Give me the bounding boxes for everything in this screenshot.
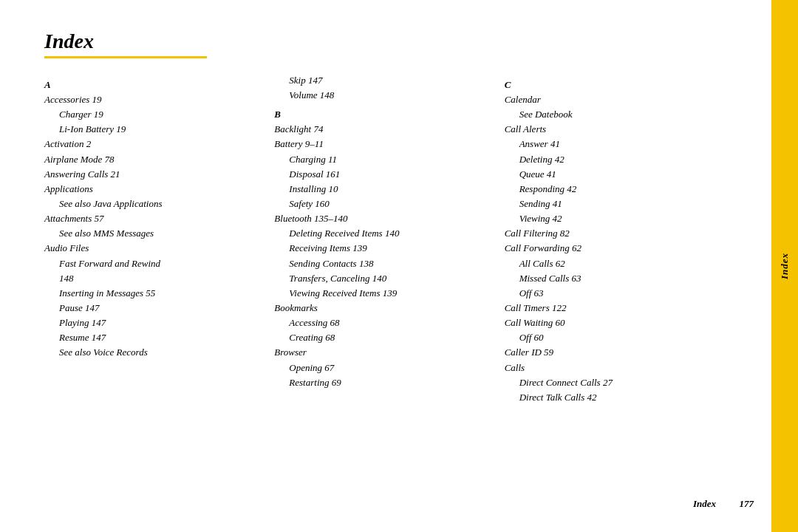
- index-entry: Call Alerts: [505, 122, 720, 137]
- index-entry: Missed Calls 63: [505, 271, 720, 286]
- index-entry: Charger 19: [44, 107, 259, 122]
- index-entry: Bluetooth 135–140: [274, 211, 489, 226]
- index-entry: Deleting Received Items 140: [274, 226, 489, 241]
- index-entry: See Datebook: [505, 107, 720, 122]
- index-entry: Charging 11: [274, 152, 489, 167]
- page-footer: Index 177: [693, 498, 754, 510]
- index-entry: Viewing Received Items 139: [274, 286, 489, 301]
- index-entry: Transfers, Canceling 140: [274, 271, 489, 286]
- index-entry: Call Timers 122: [505, 301, 720, 316]
- index-entry: Resume 147: [44, 330, 259, 345]
- footer-separator: [723, 498, 732, 510]
- index-entry: Restarting 69: [274, 375, 489, 390]
- index-entry: Call Forwarding 62: [505, 241, 720, 256]
- index-entry: All Calls 62: [505, 256, 720, 271]
- main-content: Index AAccessories 19Charger 19Li-Ion Ba…: [0, 0, 771, 532]
- index-entry: Safety 160: [274, 197, 489, 211]
- page-container: Index AAccessories 19Charger 19Li-Ion Ba…: [0, 0, 798, 532]
- column-a: AAccessories 19Charger 19Li-Ion Battery …: [44, 73, 274, 502]
- index-entry: Deleting 42: [505, 152, 720, 167]
- index-entry: Creating 68: [274, 330, 489, 345]
- index-entry: Answer 41: [505, 137, 720, 151]
- index-entry: 148: [44, 271, 259, 286]
- footer-label: Index: [693, 498, 716, 509]
- index-entry: Applications: [44, 182, 259, 197]
- index-entry: Direct Connect Calls 27: [505, 375, 720, 390]
- index-entry: Playing 147: [44, 316, 259, 330]
- index-entry: Pause 147: [44, 301, 259, 316]
- footer-page: 177: [740, 498, 754, 509]
- index-entry: Volume 148: [274, 88, 489, 103]
- index-entry: Call Waiting 60: [505, 316, 720, 330]
- index-entry: Bookmarks: [274, 301, 489, 316]
- index-entry: Caller ID 59: [505, 345, 720, 360]
- index-entry: See also Java Applications: [44, 197, 259, 211]
- section-letter-a: A: [44, 79, 259, 91]
- index-entry: Responding 42: [505, 182, 720, 197]
- index-entry: Calendar: [505, 92, 720, 107]
- right-tab: Index: [771, 0, 798, 532]
- page-title: Index: [44, 30, 734, 53]
- columns-container: AAccessories 19Charger 19Li-Ion Battery …: [44, 73, 734, 502]
- index-entry: Receiving Items 139: [274, 241, 489, 256]
- index-entry: Viewing 42: [505, 211, 720, 226]
- title-underline: [44, 56, 207, 58]
- index-entry: See also Voice Records: [44, 345, 259, 360]
- index-entry: Direct Talk Calls 42: [505, 390, 720, 405]
- index-entry: Attachments 57: [44, 211, 259, 226]
- section-letter-c: C: [505, 79, 720, 91]
- index-entry: Li-Ion Battery 19: [44, 122, 259, 137]
- index-entry: Accessories 19: [44, 92, 259, 107]
- index-entry: Queue 41: [505, 167, 720, 182]
- index-entry: Browser: [274, 345, 489, 360]
- index-entry: Off 60: [505, 330, 720, 345]
- index-entry: Battery 9–11: [274, 137, 489, 151]
- index-entry: Airplane Mode 78: [44, 152, 259, 167]
- tab-label: Index: [779, 253, 791, 279]
- index-entry: Calls: [505, 361, 720, 375]
- index-entry: Skip 147: [274, 73, 489, 88]
- section-letter-b: B: [274, 109, 489, 120]
- index-entry: Backlight 74: [274, 122, 489, 137]
- column-b: Skip 147Volume 148BBacklight 74Battery 9…: [274, 73, 504, 502]
- index-entry: Fast Forward and Rewind: [44, 256, 259, 271]
- index-entry: Disposal 161: [274, 167, 489, 182]
- index-entry: Sending 41: [505, 197, 720, 211]
- index-entry: Call Filtering 82: [505, 226, 720, 241]
- index-entry: Activation 2: [44, 137, 259, 151]
- index-entry: Sending Contacts 138: [274, 256, 489, 271]
- index-entry: See also MMS Messages: [44, 226, 259, 241]
- index-entry: Installing 10: [274, 182, 489, 197]
- index-entry: Accessing 68: [274, 316, 489, 330]
- column-c: CCalendarSee DatebookCall AlertsAnswer 4…: [505, 73, 734, 502]
- index-entry: Opening 67: [274, 361, 489, 375]
- index-entry: Audio Files: [44, 241, 259, 256]
- index-entry: Inserting in Messages 55: [44, 286, 259, 301]
- index-entry: Off 63: [505, 286, 720, 301]
- index-entry: Answering Calls 21: [44, 167, 259, 182]
